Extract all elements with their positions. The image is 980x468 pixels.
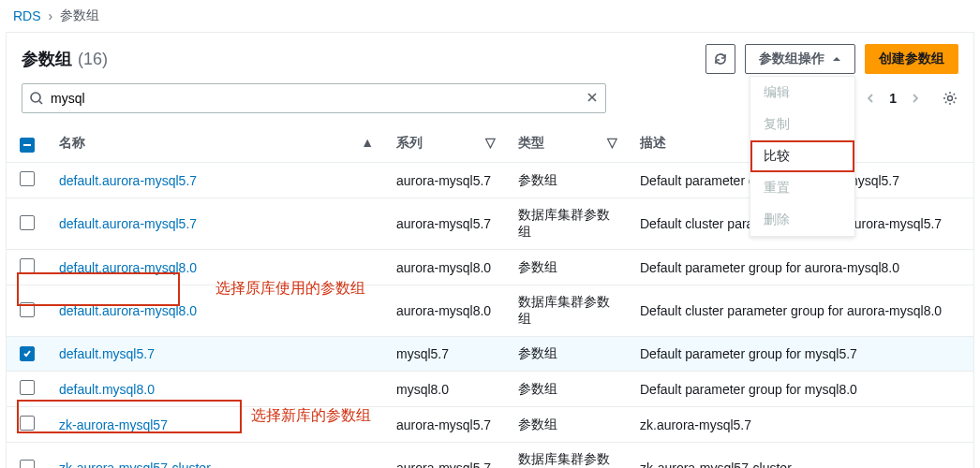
breadcrumb-root[interactable]: RDS xyxy=(13,8,41,23)
create-parameter-group-button[interactable]: 创建参数组 xyxy=(865,44,958,74)
cell-description: zk-aurora-mysql57-cluster xyxy=(629,443,973,469)
cell-type: 数据库集群参数组 xyxy=(507,198,629,250)
table-row[interactable]: zk-aurora-mysql57-clusteraurora-mysql5.7… xyxy=(7,443,973,469)
parameter-group-link[interactable]: zk-aurora-mysql57 xyxy=(59,417,168,432)
row-checkbox[interactable] xyxy=(20,258,35,273)
cell-type: 参数组 xyxy=(507,372,629,407)
parameter-group-link[interactable]: zk-aurora-mysql57-cluster xyxy=(59,461,211,468)
table-row[interactable]: default.aurora-mysql8.0aurora-mysql8.0参数… xyxy=(7,250,973,285)
page-title: 参数组 (16) xyxy=(22,48,108,70)
cell-description: Default parameter group for mysql5.7 xyxy=(629,337,973,372)
cell-type: 参数组 xyxy=(507,337,629,372)
dropdown-item-copy: 复制 xyxy=(750,109,854,140)
filter-icon: ▽ xyxy=(485,135,496,150)
count-badge: (16) xyxy=(78,50,108,69)
row-checkbox[interactable] xyxy=(20,460,35,469)
cell-family: aurora-mysql5.7 xyxy=(385,407,507,443)
table-row[interactable]: default.aurora-mysql8.0aurora-mysql8.0数据… xyxy=(7,285,973,337)
row-checkbox[interactable] xyxy=(20,380,35,395)
row-checkbox[interactable] xyxy=(20,171,35,186)
caret-up-icon xyxy=(832,54,841,64)
table-row[interactable]: default.mysql8.0mysql8.0参数组Default param… xyxy=(7,372,973,407)
gear-icon xyxy=(942,90,958,107)
parameter-group-link[interactable]: default.aurora-mysql8.0 xyxy=(59,303,197,318)
breadcrumb: RDS › 参数组 xyxy=(0,0,980,32)
parameter-groups-panel: 参数组 (16) 参数组操作 创建参数组 编辑 复制 比较 重置 删除 xyxy=(6,32,974,468)
cell-type: 数据库集群参数组 xyxy=(507,443,629,469)
cell-family: mysql8.0 xyxy=(385,372,507,407)
cell-type: 数据库集群参数组 xyxy=(507,285,629,337)
cell-family: aurora-mysql8.0 xyxy=(385,250,507,285)
clear-search-button[interactable] xyxy=(586,91,599,104)
refresh-icon xyxy=(713,51,728,66)
chevron-right-icon xyxy=(910,93,921,104)
sort-asc-icon: ▲ xyxy=(361,135,374,150)
row-checkbox[interactable] xyxy=(20,416,35,431)
cell-type: 参数组 xyxy=(507,250,629,285)
cell-type: 参数组 xyxy=(507,407,629,443)
chevron-right-icon: › xyxy=(49,8,53,23)
cell-description: Default parameter group for aurora-mysql… xyxy=(629,250,973,285)
cell-family: aurora-mysql5.7 xyxy=(385,163,507,198)
close-icon xyxy=(586,91,599,104)
col-name[interactable]: 名称▲ xyxy=(48,124,385,163)
search-icon xyxy=(29,91,44,106)
cell-description: zk.aurora-mysql5.7 xyxy=(629,407,973,443)
actions-dropdown-button[interactable]: 参数组操作 xyxy=(745,44,855,74)
parameter-group-link[interactable]: default.mysql8.0 xyxy=(59,382,155,397)
svg-point-1 xyxy=(948,96,953,101)
col-type[interactable]: 类型▽ xyxy=(507,124,629,163)
svg-point-0 xyxy=(31,93,40,102)
parameter-group-link[interactable]: default.mysql5.7 xyxy=(59,346,155,361)
cell-family: aurora-mysql8.0 xyxy=(385,285,507,337)
search-input[interactable] xyxy=(22,83,606,113)
select-all-checkbox[interactable] xyxy=(20,138,35,153)
pager-next[interactable] xyxy=(906,89,925,108)
row-checkbox[interactable] xyxy=(20,302,35,317)
cell-description: Default cluster parameter group for auro… xyxy=(629,285,973,337)
row-checkbox[interactable] xyxy=(20,215,35,230)
row-checkbox[interactable] xyxy=(20,346,35,361)
settings-button[interactable] xyxy=(942,90,958,107)
dropdown-item-compare[interactable]: 比较 xyxy=(750,140,854,172)
dropdown-item-edit: 编辑 xyxy=(750,77,854,109)
cell-family: mysql5.7 xyxy=(385,337,507,372)
col-family[interactable]: 系列▽ xyxy=(385,124,507,163)
cell-type: 参数组 xyxy=(507,163,629,198)
actions-dropdown-menu: 编辑 复制 比较 重置 删除 xyxy=(750,76,855,237)
cell-description: Default parameter group for mysql8.0 xyxy=(629,372,973,407)
refresh-button[interactable] xyxy=(705,44,735,74)
parameter-group-link[interactable]: default.aurora-mysql5.7 xyxy=(59,173,197,188)
pager-current: 1 xyxy=(889,91,897,106)
chevron-left-icon xyxy=(865,93,876,104)
pagination: 1 xyxy=(861,89,958,108)
dropdown-item-delete: 删除 xyxy=(750,204,854,236)
breadcrumb-current: 参数组 xyxy=(60,7,99,24)
parameter-group-link[interactable]: default.aurora-mysql8.0 xyxy=(59,260,197,275)
table-row[interactable]: zk-aurora-mysql57aurora-mysql5.7参数组zk.au… xyxy=(7,407,973,443)
pager-prev[interactable] xyxy=(861,89,880,108)
dropdown-item-reset: 重置 xyxy=(750,172,854,204)
filter-icon: ▽ xyxy=(607,135,617,150)
table-row[interactable]: default.mysql5.7mysql5.7参数组Default param… xyxy=(7,337,973,372)
parameter-group-link[interactable]: default.aurora-mysql5.7 xyxy=(59,216,197,231)
cell-family: aurora-mysql5.7 xyxy=(385,198,507,250)
search-field xyxy=(22,83,606,113)
cell-family: aurora-mysql5.7 xyxy=(385,443,507,469)
